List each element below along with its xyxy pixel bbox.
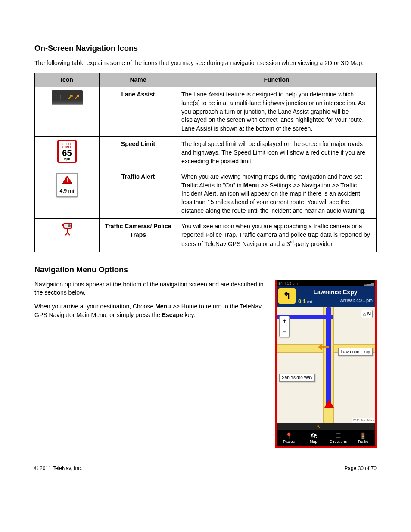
intro-paragraph: The following table explains some of the… [34,59,377,68]
table-row: ↑↑↑↗↗ Lane Assist The Lane Assist featur… [35,87,377,137]
row-name: Speed Limit [100,137,177,169]
footer-page-number: Page 30 of 70 [344,465,377,472]
row-name: Lane Assist [100,87,177,137]
map-copyright: 2011 Tele Atlas [352,418,374,423]
traffic-camera-icon [61,222,73,238]
row-function: The legal speed limit will be displayed … [177,137,377,169]
heading-onscreen-nav: On-Screen Navigation Icons [34,43,377,54]
pin-icon: 📍 [277,432,301,439]
map-road-label: Lawrence Expy [338,348,373,356]
svg-text:!: ! [66,177,68,184]
status-signal-icon: ▂▃▅ [364,281,374,286]
nav-map-button[interactable]: 🗺Map [301,430,326,446]
traffic-light-icon: 🚦 [351,432,375,439]
turn-left-icon[interactable]: ↰ [278,288,296,304]
row-name: Traffic Cameras/ Police Traps [100,219,177,252]
nav-paragraph-2: When you arrive at your destination, Cho… [34,302,267,319]
lane-assist-strip: ↖↑↑↑↑ [277,423,375,430]
bottom-nav-bar: 📍Places 🗺Map ☰Directions 🚦Traffic [277,430,375,446]
zoom-control[interactable]: + − [279,316,290,337]
table-row: Traffic Cameras/ Police Traps You will s… [35,219,377,252]
warning-triangle-icon: ! [62,175,72,184]
traffic-alert-icon: ! 4.9 mi [56,173,78,197]
map-road-label: San Ysidro Way [279,374,315,382]
footer-copyright: © 2011 TeleNav, Inc. [34,465,82,472]
svg-rect-4 [62,224,64,226]
nav-paragraph-1: Navigation options appear at the bottom … [34,280,267,297]
row-name: Traffic Alert [100,169,177,219]
map-view[interactable]: + − △N Lawrence Expy San Ysidro Way 2011… [277,307,375,423]
svg-point-3 [68,224,71,227]
nav-places-button[interactable]: 📍Places [277,430,301,446]
th-icon: Icon [35,73,100,87]
nav-directions-button[interactable]: ☰Directions [326,430,351,446]
status-time: ▮▯ 4:13 pm [278,281,298,286]
current-location-icon [324,400,334,408]
th-function: Function [177,73,377,87]
icon-table: Icon Name Function ↑↑↑↗↗ Lane Assist The… [34,73,377,252]
zoom-in-button[interactable]: + [280,316,289,327]
table-row: ! 4.9 mi Traffic Alert When you are view… [35,169,377,219]
navigation-screenshot: ▮▯ 4:13 pm ▂▃▅ ↰ Lawrence Expy 0.1 mi Ar… [275,280,377,448]
list-icon: ☰ [326,432,351,439]
page-footer: © 2011 TeleNav, Inc. Page 30 of 70 [34,465,377,472]
table-row: SPEED LIMIT 65 mph Speed Limit The legal… [35,137,377,169]
th-name: Name [100,73,177,87]
road-name: Lawrence Expy [298,288,373,297]
nav-traffic-button[interactable]: 🚦Traffic [351,430,375,446]
compass-north[interactable]: △N [361,310,373,318]
heading-nav-menu: Navigation Menu Options [34,264,377,275]
row-function: The Lane Assist feature is designed to h… [177,87,377,137]
lane-assist-icon: ↑↑↑↗↗ [52,90,83,105]
row-function: When you are viewing moving maps during … [177,169,377,219]
map-icon: 🗺 [301,432,326,439]
zoom-out-button[interactable]: − [280,327,289,337]
arrival-time: Arrival: 4:21 pm [340,298,373,305]
row-function: You will see an icon when you are approa… [177,219,377,252]
speed-limit-icon: SPEED LIMIT 65 mph [57,140,76,163]
